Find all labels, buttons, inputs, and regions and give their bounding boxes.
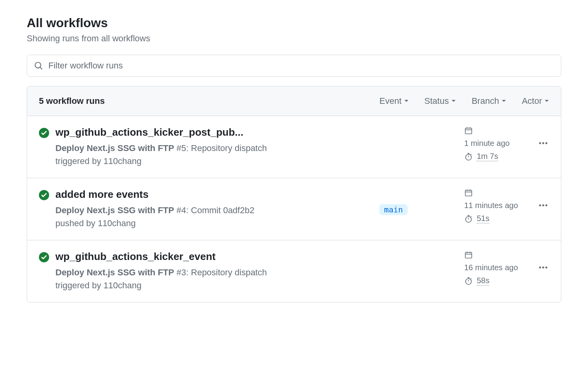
- svg-line-35: [471, 278, 472, 279]
- run-menu-button[interactable]: [537, 188, 549, 206]
- svg-point-24: [542, 205, 544, 206]
- workflow-run-row[interactable]: wp_github_actions_kicker_post_pub... Dep…: [27, 116, 561, 178]
- run-menu-button[interactable]: [537, 126, 549, 144]
- svg-rect-14: [465, 190, 472, 196]
- time-ago: 16 minutes ago: [464, 263, 518, 272]
- filter-status-label: Status: [424, 96, 449, 106]
- stopwatch-icon: [464, 214, 473, 223]
- run-meta: 11 minutes ago 51s: [464, 188, 531, 223]
- stopwatch-icon: [464, 152, 473, 161]
- run-main: added more events Deploy Next.js SSG wit…: [55, 188, 373, 230]
- filter-actor[interactable]: Actor: [522, 96, 549, 106]
- svg-point-12: [546, 142, 548, 144]
- run-description: Deploy Next.js SSG with FTP #5: Reposito…: [55, 142, 276, 168]
- time-ago-text-line: 11 minutes ago: [464, 201, 531, 210]
- success-icon: [39, 190, 49, 200]
- duration: 51s: [477, 214, 489, 223]
- svg-point-10: [539, 142, 541, 144]
- filter-group: Event Status Branch Actor: [379, 96, 549, 106]
- svg-point-25: [546, 205, 548, 206]
- run-menu-button[interactable]: [537, 251, 549, 269]
- time-ago-line: [464, 126, 531, 135]
- filter-branch-label: Branch: [472, 96, 499, 106]
- svg-point-38: [546, 267, 548, 269]
- time-ago-text-line: 1 minute ago: [464, 139, 531, 148]
- workflow-runs-table: 5 workflow runs Event Status Branch Acto…: [27, 86, 561, 302]
- run-main: wp_github_actions_kicker_event Deploy Ne…: [55, 251, 373, 292]
- run-main: wp_github_actions_kicker_post_pub... Dep…: [55, 126, 373, 168]
- svg-point-37: [542, 267, 544, 269]
- chevron-down-icon: [502, 100, 506, 103]
- duration: 58s: [477, 276, 489, 286]
- calendar-icon: [464, 126, 473, 135]
- duration: 1m 7s: [477, 152, 498, 161]
- workflow-run-row[interactable]: added more events Deploy Next.js SSG wit…: [27, 178, 561, 240]
- success-icon: [39, 128, 49, 138]
- branch-label[interactable]: main: [379, 204, 408, 215]
- run-title[interactable]: added more events: [55, 188, 276, 201]
- run-description: Deploy Next.js SSG with FTP #4: Commit 0…: [55, 204, 276, 230]
- run-count-label: 5 workflow runs: [39, 96, 105, 106]
- duration-line: 58s: [464, 276, 531, 286]
- workflow-run-row[interactable]: wp_github_actions_kicker_event Deploy Ne…: [27, 240, 561, 302]
- svg-point-11: [542, 142, 544, 144]
- branch-cell: [379, 126, 458, 142]
- calendar-icon: [464, 188, 473, 197]
- time-ago: 1 minute ago: [464, 139, 510, 148]
- svg-point-18: [466, 217, 472, 223]
- success-icon: [39, 252, 49, 262]
- svg-point-36: [539, 267, 541, 269]
- kebab-icon: [539, 204, 548, 206]
- svg-rect-1: [465, 128, 472, 134]
- filter-event[interactable]: Event: [379, 96, 408, 106]
- time-ago-text-line: 16 minutes ago: [464, 263, 531, 272]
- table-header: 5 workflow runs Event Status Branch Acto…: [27, 87, 561, 116]
- search-icon: [34, 61, 43, 70]
- svg-line-9: [471, 154, 472, 155]
- stopwatch-icon: [464, 277, 473, 285]
- svg-line-22: [471, 216, 472, 217]
- run-title[interactable]: wp_github_actions_kicker_post_pub...: [55, 126, 276, 138]
- duration-line: 1m 7s: [464, 152, 531, 161]
- workflow-name[interactable]: Deploy Next.js SSG with FTP: [55, 143, 174, 153]
- branch-cell: main: [379, 188, 458, 215]
- run-meta: 16 minutes ago 58s: [464, 251, 531, 286]
- workflow-name[interactable]: Deploy Next.js SSG with FTP: [55, 205, 174, 215]
- branch-cell: [379, 251, 458, 266]
- run-description: Deploy Next.js SSG with FTP #3: Reposito…: [55, 266, 276, 292]
- filter-branch[interactable]: Branch: [472, 96, 506, 106]
- filter-actor-label: Actor: [522, 96, 542, 106]
- workflow-name[interactable]: Deploy Next.js SSG with FTP: [55, 267, 174, 277]
- chevron-down-icon: [451, 100, 456, 103]
- duration-line: 51s: [464, 214, 531, 223]
- time-ago-line: [464, 188, 531, 197]
- svg-rect-27: [465, 253, 472, 258]
- time-ago: 11 minutes ago: [464, 201, 518, 210]
- time-ago-line: [464, 251, 531, 259]
- kebab-icon: [539, 142, 548, 144]
- search-container[interactable]: [27, 55, 561, 77]
- run-title[interactable]: wp_github_actions_kicker_event: [55, 251, 276, 263]
- filter-event-label: Event: [379, 96, 401, 106]
- page-title: All workflows: [27, 16, 561, 30]
- kebab-icon: [539, 266, 548, 269]
- chevron-down-icon: [544, 100, 549, 103]
- svg-point-23: [539, 205, 541, 206]
- page-subtitle: Showing runs from all workflows: [27, 33, 561, 44]
- filter-status[interactable]: Status: [424, 96, 456, 106]
- chevron-down-icon: [404, 100, 409, 103]
- run-meta: 1 minute ago 1m 7s: [464, 126, 531, 161]
- calendar-icon: [464, 251, 473, 259]
- search-input[interactable]: [48, 61, 554, 71]
- svg-point-31: [466, 279, 472, 285]
